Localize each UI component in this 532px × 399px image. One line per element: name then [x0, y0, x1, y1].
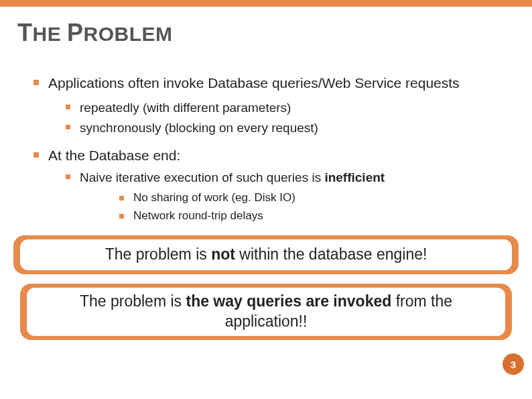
- bullet-text: repeatedly (with different parameters): [80, 99, 498, 117]
- page-number: 3: [511, 359, 516, 370]
- callouts: The problem is not within the database e…: [0, 235, 532, 340]
- callout-box: The problem is not within the database e…: [13, 235, 519, 274]
- bullet-icon: [66, 125, 70, 129]
- bullet-text: Applications often invoke Database queri…: [48, 74, 498, 93]
- page-number-badge: 3: [503, 353, 524, 375]
- accent-top-bar: [0, 0, 532, 7]
- slide-title: THE PROBLEM: [17, 19, 532, 47]
- bullet-text: Network round-trip delays: [133, 209, 498, 224]
- list-item: No sharing of work (eg. Disk IO): [119, 190, 498, 206]
- bullet-icon: [66, 105, 70, 109]
- list-item: At the Database end: Naive iterative exe…: [34, 146, 498, 224]
- callout-text: The problem is the way queries are invok…: [27, 288, 505, 336]
- bullet-icon: [66, 174, 70, 179]
- list-item: synchronously (blocking on every request…: [66, 119, 498, 137]
- bullet-text: No sharing of work (eg. Disk IO): [133, 190, 498, 206]
- bullet-icon: [119, 214, 124, 219]
- list-item: repeatedly (with different parameters): [66, 99, 498, 117]
- callout-box: The problem is the way queries are invok…: [20, 284, 512, 340]
- slide-body: Applications often invoke Database queri…: [34, 74, 498, 223]
- bullet-text: Naive iterative execution of such querie…: [80, 169, 498, 186]
- bullet-text: At the Database end:: [48, 146, 498, 165]
- callout-text: The problem is not within the database e…: [20, 239, 512, 270]
- list-item: Network round-trip delays: [119, 209, 498, 224]
- bullet-icon: [34, 152, 39, 158]
- list-item: Applications often invoke Database queri…: [34, 74, 498, 137]
- bullet-icon: [34, 80, 39, 85]
- list-item: Naive iterative execution of such querie…: [66, 169, 498, 224]
- bullet-text: synchronously (blocking on every request…: [80, 119, 498, 137]
- bullet-icon: [119, 196, 124, 201]
